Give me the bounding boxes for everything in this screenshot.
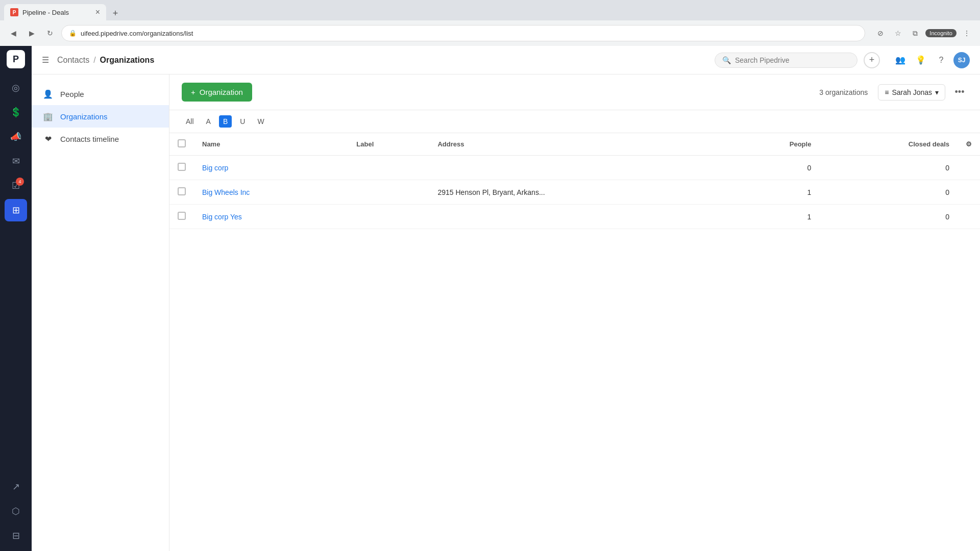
rail-item-activity[interactable]: ◎ [5,77,27,99]
bookmark-icon[interactable]: ☆ [891,26,905,40]
rail-item-integrations[interactable]: ⊟ [5,524,27,547]
table-settings-icon[interactable]: ⚙ [966,140,972,148]
row-checkbox-cell[interactable] [169,156,194,180]
menu-toggle-button[interactable]: ☰ [42,55,49,65]
icon-rail: P ◎ 💲 📣 ✉ ☑ 4 ⊞ ↗ ⬡ ⊟ [0,46,32,551]
tab-favicon: P [10,8,18,16]
org-closed-deals-cell: 0 [819,156,958,180]
search-bar[interactable]: 🔍 [715,53,857,68]
back-button[interactable]: ◀ [6,26,20,40]
filter-label: Sarah Jonas [892,88,932,96]
table-row: Big Wheels Inc 2915 Henson Pl, Bryant, A… [169,180,980,205]
name-column-header: Name [194,133,348,156]
contacts-timeline-nav-label: Contacts timeline [60,135,119,143]
global-add-button[interactable]: + [864,52,880,68]
breadcrumb-current: Organizations [100,56,155,65]
user-avatar[interactable]: SJ [953,52,970,68]
content-header: + Organization 3 organizations ≡ Sarah J… [169,74,980,110]
org-closed-deals-cell: 0 [819,180,958,205]
search-input[interactable] [735,56,850,64]
org-row-actions [958,156,980,180]
rail-item-deals[interactable]: 💲 [5,101,27,123]
organizations-table-container: Name Label Address People [169,133,980,551]
breadcrumb: Contacts / Organizations [57,56,154,65]
app: P ◎ 💲 📣 ✉ ☑ 4 ⊞ ↗ ⬡ ⊟ [0,46,980,551]
org-address-cell [429,205,727,229]
rail-item-inbox[interactable]: ✉ [5,150,27,172]
reload-button[interactable]: ↻ [43,26,57,40]
alpha-u[interactable]: U [236,115,249,128]
split-screen-icon[interactable]: ⧉ [908,26,922,40]
sidebar-item-organizations[interactable]: 🏢 Organizations [32,105,169,128]
activity-icon: ◎ [12,82,20,93]
org-name-link[interactable]: Big Wheels Inc [202,188,250,196]
url-text: uifeed.pipedrive.com/organizations/list [81,30,193,37]
select-all-checkbox-header[interactable] [169,133,194,156]
person-icon: 👤 [42,88,54,100]
settings-column-header[interactable]: ⚙ [958,133,980,156]
add-org-label: Organization [200,88,243,96]
people-nav-label: People [60,90,84,98]
new-tab-button[interactable]: + [108,6,122,20]
org-people-cell: 0 [727,156,819,180]
rail-item-reports[interactable]: ↗ [5,475,27,498]
org-address-cell: 2915 Henson Pl, Bryant, Arkans... [429,180,727,205]
rail-item-products[interactable]: ⬡ [5,500,27,522]
main-area: ☰ Contacts / Organizations 🔍 + 👥 💡 ? SJ [32,46,980,551]
reports-icon: ↗ [12,481,20,492]
org-closed-deals-cell: 0 [819,205,958,229]
org-name-link[interactable]: Big corp Yes [202,213,242,221]
org-count: 3 organizations [819,88,868,96]
filter-chevron-icon: ▾ [935,88,939,96]
camera-off-icon: ⊘ [873,26,888,40]
tab-close-button[interactable]: × [95,8,100,16]
rail-item-leads[interactable]: 📣 [5,126,27,148]
filter-button[interactable]: ≡ Sarah Jonas ▾ [878,84,945,101]
alpha-b[interactable]: B [219,115,232,128]
row-checkbox[interactable] [178,187,186,195]
table-row: Big corp 0 0 [169,156,980,180]
search-icon: 🔍 [722,56,731,64]
breadcrumb-parent[interactable]: Contacts [57,56,89,65]
browser-tab[interactable]: P Pipeline - Deals × [4,4,106,20]
alpha-all[interactable]: All [182,115,198,128]
breadcrumb-separator: / [93,56,95,65]
org-name-cell: Big corp [194,156,348,180]
people-column-header: People [727,133,819,156]
tab-title: Pipeline - Deals [22,9,69,16]
table-row: Big corp Yes 1 0 [169,205,980,229]
browser-chrome: P Pipeline - Deals × + ◀ ▶ ↻ 🔒 uifeed.pi… [0,0,980,46]
sidebar-item-people[interactable]: 👤 People [32,83,169,105]
help-icon[interactable]: ? [933,52,949,68]
row-checkbox[interactable] [178,212,186,220]
closed-deals-column-header: Closed deals [819,133,958,156]
sidebar-item-contacts-timeline[interactable]: ❤ Contacts timeline [32,128,169,150]
add-organization-button[interactable]: + Organization [182,83,252,102]
products-icon: ⬡ [12,506,20,517]
forward-button[interactable]: ▶ [24,26,39,40]
org-name-link[interactable]: Big corp [202,164,228,172]
org-name-cell: Big corp Yes [194,205,348,229]
alpha-filter: All A B U W [169,110,980,133]
add-org-plus-icon: + [191,88,195,96]
row-checkbox[interactable] [178,163,186,171]
alpha-w[interactable]: W [253,115,268,128]
address-bar[interactable]: 🔒 uifeed.pipedrive.com/organizations/lis… [61,25,865,41]
contacts-icon-header[interactable]: 👥 [892,52,909,68]
content-area: + Organization 3 organizations ≡ Sarah J… [169,74,980,551]
more-options-button[interactable]: ••• [951,84,968,101]
rail-item-contacts[interactable]: ⊞ [5,199,27,221]
org-row-actions [958,205,980,229]
browser-menu-button[interactable]: ⋮ [960,26,974,40]
contacts-icon: ⊞ [12,205,20,216]
org-label-cell [348,156,429,180]
row-checkbox-cell[interactable] [169,180,194,205]
row-checkbox-cell[interactable] [169,205,194,229]
select-all-checkbox[interactable] [178,139,186,147]
lock-icon: 🔒 [69,30,77,37]
alpha-a[interactable]: A [202,115,215,128]
rail-item-tasks[interactable]: ☑ 4 [5,174,27,197]
app-logo[interactable]: P [7,50,25,68]
notifications-icon[interactable]: 💡 [913,52,929,68]
organizations-nav-label: Organizations [60,112,108,121]
